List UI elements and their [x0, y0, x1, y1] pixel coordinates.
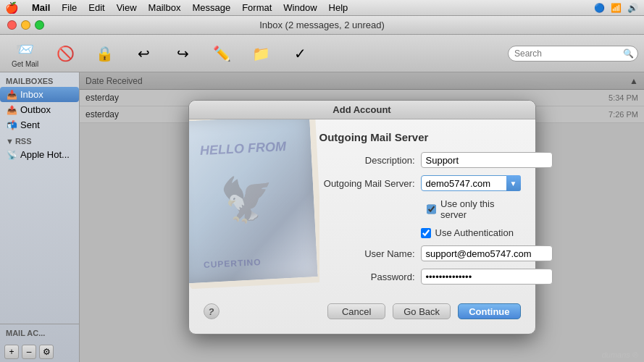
- sidebar-item-inbox[interactable]: 📥 Inbox: [0, 87, 79, 102]
- main-window: Inbox (2 messages, 2 unread) 📨 Get Mail …: [0, 16, 644, 362]
- search-wrap: 🔍: [508, 46, 638, 62]
- sidebar-item-rss[interactable]: 📡 Apple Hot...: [0, 147, 79, 162]
- help-button[interactable]: ?: [204, 303, 219, 319]
- window-controls: [7, 20, 44, 30]
- compose-icon: ✏️: [212, 43, 232, 64]
- compose-button[interactable]: ✏️: [204, 41, 240, 67]
- menu-bar: 🍎 Mail File Edit View Mailbox Message Fo…: [0, 0, 644, 16]
- rss-label: ▼ RSS: [0, 132, 79, 147]
- dialog-title-bar: Add Account: [189, 101, 535, 119]
- settings-mailbox-button[interactable]: ⚙: [39, 345, 54, 359]
- dialog-buttons: ? Cancel Go Back Continue: [189, 292, 535, 319]
- description-label: Description:: [319, 155, 421, 166]
- outgoing-server-select[interactable]: demo5747.com: [421, 175, 521, 191]
- forward-button[interactable]: ↪: [164, 41, 201, 67]
- password-label: Password:: [319, 272, 421, 282]
- menu-message[interactable]: Message: [186, 0, 236, 16]
- rss-item-label: Apple Hot...: [20, 149, 70, 160]
- use-auth-label: Use Authentication: [435, 227, 514, 238]
- use-only-server-checkbox[interactable]: [427, 204, 437, 214]
- modal-overlay: Add Account 🦅 HELLO FROM CUPERTINO Outgo…: [80, 72, 644, 362]
- outgoing-server-row: Outgoing Mail Server: demo5747.com ▼: [319, 175, 521, 191]
- forward-icon: ↪: [172, 43, 193, 64]
- menu-bar-right: 🔵 📶 🔊: [594, 3, 638, 13]
- use-auth-checkbox[interactable]: [421, 228, 431, 238]
- rss-feed-icon: 📡: [6, 150, 17, 160]
- outbox-label: Outbox: [20, 104, 51, 115]
- flag-button[interactable]: ✓: [282, 41, 318, 67]
- close-button[interactable]: [7, 20, 17, 30]
- sidebar-item-outbox[interactable]: 📤 Outbox: [0, 102, 79, 117]
- inbox-label: Inbox: [20, 89, 43, 100]
- content-area: MAILBOXES 📥 Inbox 📤 Outbox 📬 Sent ▼ RSS …: [0, 72, 644, 362]
- mail-list-area: Date Received ▲ esterday 5:34 PM esterda…: [80, 72, 644, 362]
- use-auth-row: Use Authentication: [319, 227, 521, 238]
- use-only-server-label: Use only this server: [440, 198, 520, 220]
- stamp-decoration: 🦅 HELLO FROM CUPERTINO: [189, 119, 319, 290]
- mail-act-label: MAIL AC...: [0, 324, 79, 342]
- toolbar: 📨 Get Mail 🚫 🔒 ↩ ↪ ✏️ 📁 ✓ 🔍: [0, 35, 644, 72]
- description-input[interactable]: [421, 152, 553, 168]
- maximize-button[interactable]: [35, 20, 44, 30]
- sent-label: Sent: [20, 119, 40, 130]
- lock-icon: 🔒: [94, 43, 114, 64]
- bluetooth-icon: 🔵: [594, 3, 605, 13]
- password-input[interactable]: [421, 269, 553, 285]
- sidebar: MAILBOXES 📥 Inbox 📤 Outbox 📬 Sent ▼ RSS …: [0, 72, 80, 362]
- outbox-icon: 📤: [6, 105, 17, 115]
- outgoing-server-label: Outgoing Mail Server:: [319, 178, 421, 189]
- search-icon: 🔍: [623, 49, 634, 59]
- remove-mailbox-button[interactable]: –: [22, 345, 36, 359]
- minimize-button[interactable]: [21, 20, 30, 30]
- eagle-icon: 🦅: [218, 172, 275, 227]
- dialog-btn-left: ?: [204, 303, 219, 319]
- menu-file[interactable]: File: [56, 0, 83, 16]
- add-account-dialog: Add Account 🦅 HELLO FROM CUPERTINO Outgo…: [188, 100, 536, 334]
- menu-help[interactable]: Help: [323, 0, 354, 16]
- continue-button[interactable]: Continue: [458, 303, 520, 319]
- username-input[interactable]: [421, 245, 553, 261]
- delete-icon: 🚫: [55, 43, 75, 64]
- sidebar-footer: + – ⚙: [0, 342, 79, 362]
- search-input[interactable]: [508, 46, 638, 62]
- get-mail-button[interactable]: 📨 Get Mail: [6, 36, 44, 71]
- go-back-button[interactable]: Go Back: [393, 303, 451, 319]
- menu-window[interactable]: Window: [277, 0, 322, 16]
- dialog-section-title: Outgoing Mail Server: [319, 131, 521, 143]
- use-only-server-row: Use only this server: [319, 198, 521, 220]
- menu-view[interactable]: View: [111, 0, 143, 16]
- menu-edit[interactable]: Edit: [83, 0, 110, 16]
- username-row: User Name:: [319, 245, 521, 261]
- description-row: Description:: [319, 152, 521, 168]
- sent-icon: 📬: [6, 120, 17, 130]
- username-label: User Name:: [319, 248, 421, 259]
- add-mailbox-button[interactable]: +: [4, 345, 19, 359]
- mailbox-button[interactable]: 📁: [243, 41, 279, 67]
- inbox-icon: 📥: [6, 90, 17, 100]
- password-row: Password:: [319, 269, 521, 285]
- menu-format[interactable]: Format: [236, 0, 277, 16]
- delete-button[interactable]: 🚫: [47, 41, 83, 67]
- sidebar-item-sent[interactable]: 📬 Sent: [0, 117, 79, 132]
- apple-menu[interactable]: 🍎: [6, 2, 17, 14]
- window-title: Inbox (2 messages, 2 unread): [259, 20, 385, 30]
- dialog-btn-right: Cancel Go Back Continue: [327, 303, 520, 319]
- volume-icon: 🔊: [627, 3, 638, 13]
- lock-button[interactable]: 🔒: [86, 41, 122, 67]
- outgoing-server-select-wrap: demo5747.com ▼: [421, 175, 521, 191]
- flag-icon: ✓: [290, 43, 310, 64]
- title-bar: Inbox (2 messages, 2 unread): [0, 16, 644, 35]
- menu-mail[interactable]: Mail: [26, 0, 56, 16]
- rss-triangle-icon: ▼: [6, 137, 14, 146]
- reply-icon: ↩: [133, 43, 154, 64]
- dialog-title: Add Account: [333, 104, 390, 115]
- cancel-button[interactable]: Cancel: [327, 303, 385, 319]
- reply-button[interactable]: ↩: [125, 41, 162, 67]
- get-mail-icon: 📨: [15, 39, 35, 59]
- mailbox-icon: 📁: [251, 43, 271, 64]
- mailboxes-label: MAILBOXES: [0, 72, 79, 87]
- wifi-icon: 📶: [611, 3, 622, 13]
- menu-mailbox[interactable]: Mailbox: [143, 0, 187, 16]
- get-mail-label: Get Mail: [12, 60, 38, 68]
